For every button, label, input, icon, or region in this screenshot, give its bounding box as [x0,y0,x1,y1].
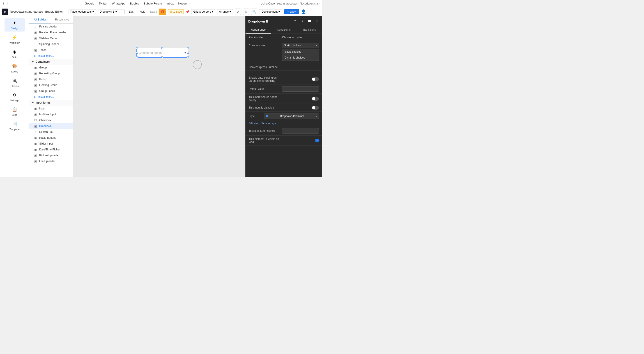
search-button[interactable]: 🔍 [251,8,257,15]
panel-item-toast[interactable]: ▣ Toast [29,47,73,53]
tab-ui-builder[interactable]: UI Builder [29,16,51,23]
top-bar-link[interactable]: Twitter [99,2,107,5]
autobinding-toggle[interactable] [312,77,319,81]
sidebar-item-plugins[interactable]: 🔌 Plugins [4,76,25,89]
tab-transitions[interactable]: Transitions [296,26,322,33]
sidebar-item-styles[interactable]: 🎨 Styles [4,61,25,75]
tab-conditional[interactable]: Conditional [271,26,296,33]
top-bar-link[interactable]: Google [85,2,94,5]
default-value-input[interactable] [282,86,319,92]
tab-responsive[interactable]: Responsive [51,16,73,23]
panel-item-checkbox[interactable]: ☐ Checkbox [29,117,73,123]
tooltip-input[interactable] [282,128,319,134]
panel-item-floating-group[interactable]: ▣ Floating Group [29,82,73,88]
disabled-toggle[interactable] [312,106,319,110]
help-icon-button[interactable]: ? [292,18,298,24]
dev-label: Development [262,10,278,13]
panel-item-pulsing-loader[interactable]: ○ Pulsing Loader [29,24,73,29]
panel-item-repeating-group[interactable]: ▣ Repeating Group [29,70,73,76]
input-icon: ▣ [34,107,38,110]
checkbox-icon: ☐ [34,118,38,122]
panel-item-picture-uploader[interactable]: ▣ Picture Uploader [29,153,73,158]
spacer [246,71,322,74]
panel-item-slider-input[interactable]: ▣ Slider Input [29,141,73,147]
tab-appearance[interactable]: Appearance [246,26,271,33]
choices-option-static[interactable]: Static choices [282,49,318,55]
user-avatar[interactable]: 👤 [301,9,306,14]
panel-item-radio-buttons[interactable]: ▣ Radio Buttons [29,135,73,141]
page-select-label: Page: option-sets [70,10,92,13]
panel-item-multiline-input[interactable]: ▣ Multiline Input [29,112,73,117]
style-dropdown-button[interactable]: Dropdown-Premium ▾ [264,114,319,119]
editor-title: Nocodeassistant-tutorials | Bubble Edito… [10,10,63,13]
page-select[interactable]: Page: option-sets ▾ [68,9,96,14]
top-bar-link[interactable]: Bubble Forum [144,2,162,5]
component-list: ○ Pulsing Loader ▣ Rotating Plane Loader… [29,24,73,177]
not-empty-toggle[interactable] [312,97,319,101]
dropdown-widget[interactable]: Choose an option... ▾ [136,48,188,58]
panel-item-slidebar-menu[interactable]: ▣ Slidebar Menu [29,35,73,41]
edit-button[interactable]: Edit [126,9,136,14]
panel-item-dropdown[interactable]: ▣ Dropdown [29,123,73,129]
panel-item-spinning-loader[interactable]: ○ Spinning Loader [29,41,73,47]
install-more-containers[interactable]: ⊕ Install more... [29,94,73,100]
pulsing-loader-icon: ○ [34,25,38,28]
panel-item-popup[interactable]: ▣ Popup [29,76,73,82]
sidebar-item-label-design: Design [10,27,18,30]
sidebar-item-logs[interactable]: 📋 Logs [4,105,25,118]
template-icon: 📄 [12,121,18,127]
components-panel: UI Builder Responsive ○ Pulsing Loader ▣… [29,16,73,177]
sidebar-item-workflow[interactable]: ⚡ Workflow [4,32,25,46]
sidebar-item-design[interactable]: ✦ Design [4,18,25,31]
sidebar-item-template[interactable]: 📄 Template [4,119,25,132]
dev-button[interactable]: Development ▾ [259,9,282,14]
help-button[interactable]: Help [138,9,148,14]
sidebar-item-data[interactable]: ◉ Data [4,47,25,60]
containers-section-header[interactable]: ▼ Containers [29,59,73,65]
top-bar-link[interactable]: Inbox [166,2,174,5]
remove-style-link[interactable]: Remove style [262,122,277,125]
arrange-button[interactable]: Arrange ▾ [217,9,233,14]
panel-item-rotating-plane[interactable]: ▣ Rotating Plane Loader [29,29,73,35]
top-bar-link[interactable]: Notion [178,2,187,5]
element-select-arrow: ▾ [116,10,117,13]
input-forms-section-header[interactable]: ▼ Input forms [29,100,73,106]
page-select-arrow: ▾ [92,10,94,13]
issue-button[interactable]: ⚠ 1 issue [168,9,184,14]
panel-item-search-box[interactable]: ○ Search Box [29,129,73,135]
top-bar-link[interactable]: WhatsApp [112,2,125,5]
gift-button[interactable]: 🎁 [159,8,166,15]
editor-bar: b Nocodeassistant-tutorials | Bubble Edi… [0,7,322,16]
panel-item-label: Search Box [39,130,53,134]
preview-button[interactable]: Preview [284,9,299,14]
multiline-input-icon: ▣ [34,113,38,116]
choices-style-dropdown-container: Static choices ▾ Static choices Dynamic … [282,43,319,48]
choices-style-dropdown-button[interactable]: Static choices ▾ [282,43,319,48]
top-bar-link[interactable]: Bubble [130,2,139,5]
redo-button[interactable]: ↻ [243,8,249,15]
element-select[interactable]: Dropdown B ▾ [98,9,125,14]
visible-on-load-checkbox[interactable]: ✓ [315,139,319,142]
sidebar-item-settings[interactable]: ⚙ Settings [4,90,25,104]
toast-icon: ▣ [34,48,38,52]
panel-item-input[interactable]: ▣ Input [29,106,73,112]
info-icon-button[interactable]: ℹ [300,18,305,24]
close-icon-button[interactable]: ✕ [314,18,319,24]
group-focus-icon: ▣ [34,89,38,93]
comment-icon-button[interactable]: 💬 [307,18,312,24]
choices-input-row: Choices (press Enter be [246,64,322,71]
panel-item-group-focus[interactable]: ▣ Group Focus [29,88,73,94]
panel-item-file-uploader[interactable]: ▣ File Uploader [29,158,73,164]
panel-item-group[interactable]: ▣ Group [29,65,73,70]
grid-borders-button[interactable]: Grid & borders ▾ [191,9,215,14]
panel-item-datetime-picker[interactable]: ▣ Date/Time Picker [29,147,73,153]
choices-option-dynamic[interactable]: Dynamic choices [282,55,318,61]
placeholder-input[interactable] [282,36,319,39]
grid-arrow: ▾ [212,10,213,13]
undo-button[interactable]: ↺ [235,8,241,15]
edit-style-link[interactable]: Edit style [249,122,259,125]
choices-style-row: Choices style Static choices ▾ Static ch… [246,41,322,50]
panel-item-label: Floating Group [39,84,57,87]
install-more-top[interactable]: ⊕ Install more... [29,53,73,59]
sidebar-item-label-settings: Settings [10,99,19,102]
